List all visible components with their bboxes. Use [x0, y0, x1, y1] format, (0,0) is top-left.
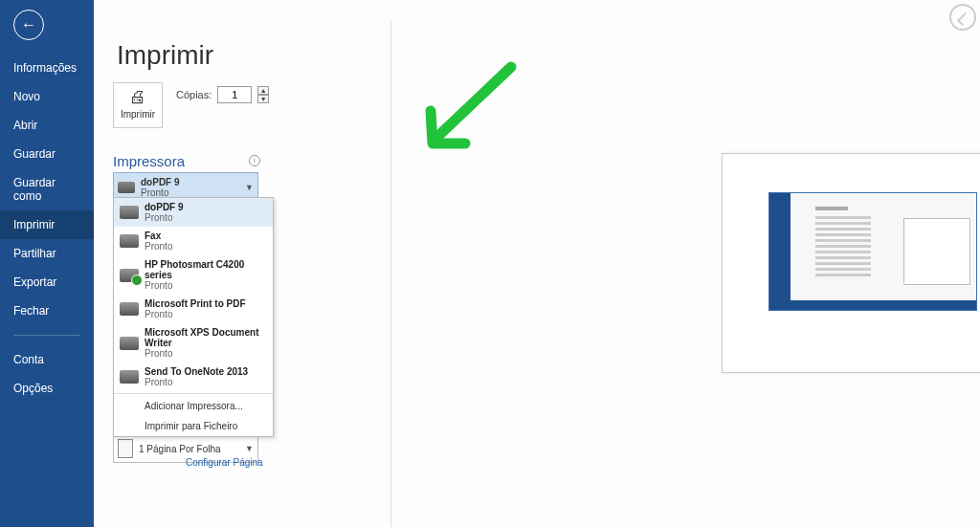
nav-save-as[interactable]: Guardar como	[0, 168, 94, 210]
printer-icon	[120, 234, 139, 248]
spinner-down[interactable]: ▼	[257, 95, 269, 103]
nav-info[interactable]: Informações	[0, 54, 94, 82]
nav-options[interactable]: Opções	[0, 374, 94, 403]
printer-option[interactable]: Microsoft Print to PDFPronto	[114, 295, 273, 323]
arrow-left-icon: ←	[21, 16, 36, 33]
printer-icon	[120, 370, 139, 384]
nav-save[interactable]: Guardar	[0, 140, 94, 168]
printer-icon: 🖨	[114, 87, 162, 107]
annotation-arrow-icon	[419, 57, 524, 163]
printer-icon	[120, 302, 139, 316]
printer-option[interactable]: Microsoft XPS Document WriterPronto	[114, 323, 273, 362]
selected-printer-name: doPDF 9	[141, 177, 180, 187]
nav-share[interactable]: Partilhar	[0, 239, 94, 268]
printer-icon	[118, 182, 135, 193]
nav-new[interactable]: Novo	[0, 82, 94, 111]
printer-dropdown-list: doPDF 9Pronto FaxPronto HP Photosmart C4…	[113, 197, 274, 437]
chevron-down-icon: ▼	[245, 183, 254, 192]
page-setup-link[interactable]: Configurar Página	[186, 457, 263, 468]
printer-icon	[120, 206, 139, 219]
print-button-label: Imprimir	[121, 109, 155, 120]
nav-close[interactable]: Fechar	[0, 296, 94, 325]
svg-line-0	[436, 67, 511, 138]
preview-page	[722, 153, 980, 373]
nav-export[interactable]: Exportar	[0, 268, 94, 296]
nav-account[interactable]: Conta	[0, 345, 94, 374]
copies-spinner: ▲ ▼	[257, 86, 269, 103]
pages-label: 1 Página Por Folha	[139, 444, 221, 454]
copies-control: Cópias: ▲ ▼	[176, 86, 269, 103]
copies-input[interactable]	[217, 86, 252, 103]
help-hint-icon	[949, 4, 976, 31]
printer-icon	[120, 269, 139, 282]
print-button[interactable]: 🖨 Imprimir	[113, 82, 163, 128]
chevron-down-icon: ▼	[245, 444, 254, 453]
page-heading: Imprimir	[117, 40, 213, 71]
spinner-up[interactable]: ▲	[257, 86, 269, 95]
print-to-file-link[interactable]: Imprimir para Ficheiro	[114, 416, 273, 436]
copies-label: Cópias:	[176, 89, 212, 100]
nav-divider	[13, 335, 80, 336]
printer-option[interactable]: FaxPronto	[114, 227, 273, 255]
printer-option[interactable]: doPDF 9Pronto	[114, 198, 273, 227]
add-printer-link[interactable]: Adicionar Impressora...	[114, 396, 273, 416]
printer-section-label: Impressora	[113, 153, 185, 169]
preview-thumbnail	[768, 192, 977, 311]
dropdown-separator	[114, 393, 273, 394]
info-icon[interactable]: i	[249, 155, 260, 166]
backstage-sidebar: ← Informações Novo Abrir Guardar Guardar…	[0, 0, 94, 527]
printer-icon	[120, 337, 139, 350]
printer-option[interactable]: HP Photosmart C4200 seriesPronto	[114, 255, 273, 295]
page-icon	[118, 439, 133, 458]
print-panel: Imprimir 🖨 Imprimir Cópias: ▲ ▼ Impresso…	[94, 0, 980, 527]
nav-open[interactable]: Abrir	[0, 111, 94, 140]
back-button[interactable]: ←	[13, 10, 44, 40]
printer-option[interactable]: Send To OneNote 2013Pronto	[114, 362, 273, 391]
nav-print[interactable]: Imprimir	[0, 210, 94, 239]
